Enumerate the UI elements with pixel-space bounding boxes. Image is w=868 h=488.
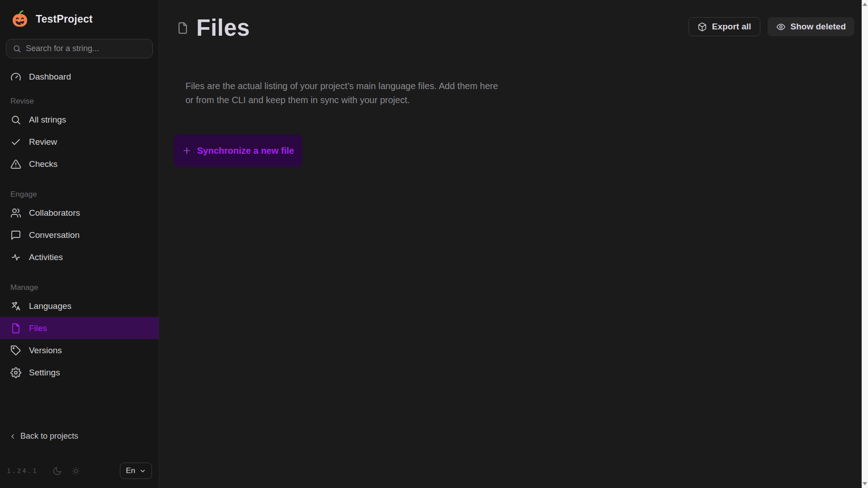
back-to-projects-link[interactable]: Back to projects <box>0 431 159 441</box>
page-title-group: Files <box>174 16 250 39</box>
gear-icon <box>10 367 21 378</box>
section-title-revise: Revise <box>10 95 159 108</box>
language-selector-value: En <box>126 466 135 475</box>
search-icon <box>10 114 21 125</box>
activity-icon <box>10 252 21 263</box>
eye-icon <box>776 22 786 32</box>
sidebar-item-files[interactable]: Files <box>0 317 159 339</box>
sidebar-item-conversation[interactable]: Conversation <box>0 224 159 246</box>
sidebar-item-review[interactable]: Review <box>0 131 159 153</box>
sidebar-item-dashboard[interactable]: Dashboard <box>0 66 159 88</box>
section-title-manage: Manage <box>10 281 159 294</box>
section-title-engage: Engage <box>10 188 159 201</box>
sidebar-item-languages[interactable]: Languages <box>0 295 159 317</box>
theme-toggles <box>52 466 81 476</box>
sidebar-item-collaborators[interactable]: Collaborators <box>0 202 159 224</box>
search-icon <box>13 44 21 53</box>
main-header: Files Export all Show deleted <box>174 0 854 39</box>
sidebar-item-label: Collaborators <box>29 208 80 218</box>
show-deleted-label: Show deleted <box>791 22 846 32</box>
check-icon <box>10 137 21 147</box>
message-square-icon <box>10 230 21 241</box>
sidebar-item-label: All strings <box>29 115 66 125</box>
sidebar-item-label: Files <box>29 323 47 333</box>
file-icon <box>10 323 21 334</box>
synchronize-new-file-button[interactable]: Synchronize a new file <box>174 134 302 167</box>
sidebar-item-settings[interactable]: Settings <box>0 361 159 384</box>
sidebar-item-label: Review <box>29 137 57 147</box>
project-title: TestProject <box>36 13 93 25</box>
search-box <box>6 39 153 58</box>
users-icon <box>10 208 21 218</box>
sun-icon[interactable] <box>71 466 81 476</box>
scrollbar-down-arrow[interactable] <box>863 482 867 485</box>
sidebar-nav: Dashboard Revise All strings Review <box>0 66 159 384</box>
file-icon <box>176 21 189 35</box>
sidebar-item-activities[interactable]: Activities <box>0 246 159 268</box>
sidebar-footer: 1.24.1 En <box>0 463 159 488</box>
sidebar-item-checks[interactable]: Checks <box>0 153 159 175</box>
sidebar-item-label: Activities <box>29 252 63 262</box>
plus-icon <box>182 146 192 156</box>
language-selector[interactable]: En <box>120 463 152 479</box>
files-description-line2: or from the CLI and keep them in sync wi… <box>185 93 854 107</box>
search-input[interactable] <box>26 44 146 53</box>
page-title: Files <box>196 16 250 39</box>
sidebar-item-versions[interactable]: Versions <box>0 339 159 361</box>
package-icon <box>697 22 707 32</box>
sidebar-item-label: Languages <box>29 301 71 311</box>
scrollbar-up-arrow[interactable] <box>863 3 867 6</box>
main-content: Files Export all Show deleted <box>159 0 868 488</box>
alert-triangle-icon <box>10 159 21 170</box>
sidebar-item-label: Versions <box>29 346 62 355</box>
header-actions: Export all Show deleted <box>688 17 854 36</box>
files-description: Files are the actual listing of your pro… <box>185 79 854 107</box>
show-deleted-button[interactable]: Show deleted <box>768 17 854 36</box>
chevron-left-icon <box>9 433 16 440</box>
sidebar-item-label: Dashboard <box>29 72 71 82</box>
export-all-button[interactable]: Export all <box>688 17 760 36</box>
tag-icon <box>10 345 21 356</box>
sidebar-item-label: Checks <box>29 159 57 169</box>
pumpkin-logo-icon <box>11 10 29 28</box>
app-window: TestProject Dashboard Revise All strings <box>0 0 868 488</box>
files-description-line1: Files are the actual listing of your pro… <box>185 79 854 93</box>
moon-icon[interactable] <box>52 466 62 476</box>
sidebar-item-label: Settings <box>29 368 60 378</box>
scrollbar[interactable] <box>862 0 868 488</box>
translate-icon <box>10 301 21 312</box>
export-all-label: Export all <box>712 22 751 32</box>
project-header: TestProject <box>0 0 159 36</box>
chevron-down-icon <box>139 468 146 474</box>
sidebar: TestProject Dashboard Revise All strings <box>0 0 159 488</box>
sidebar-item-all-strings[interactable]: All strings <box>0 109 159 131</box>
back-to-projects-label: Back to projects <box>20 431 78 441</box>
synchronize-new-file-label: Synchronize a new file <box>197 146 294 156</box>
gauge-icon <box>10 71 21 82</box>
sidebar-item-label: Conversation <box>29 230 80 240</box>
app-version: 1.24.1 <box>7 467 38 474</box>
